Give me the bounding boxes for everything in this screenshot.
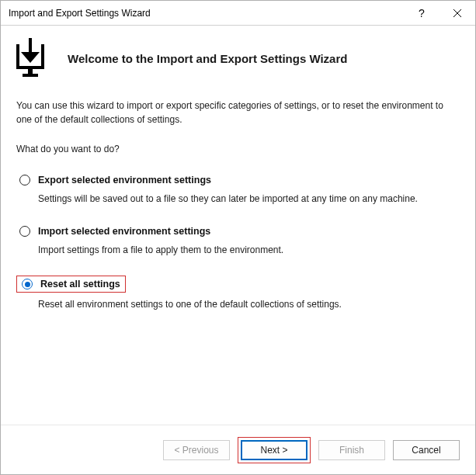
prompt-text: What do you want to do? (16, 144, 460, 154)
option-import: Import selected environment settings Imp… (16, 224, 460, 257)
wizard-header: Welcome to the Import and Export Setting… (1, 26, 475, 97)
svg-rect-5 (16, 44, 19, 68)
close-icon (453, 9, 461, 17)
option-reset-label: Reset all settings (40, 279, 120, 290)
close-button[interactable] (440, 1, 475, 26)
wizard-footer: < Previous Next > Finish Cancel (1, 425, 475, 474)
intro-text: You can use this wizard to import or exp… (16, 99, 460, 127)
import-export-icon (15, 38, 52, 78)
radio-reset[interactable] (22, 279, 33, 290)
radio-export[interactable] (19, 175, 30, 185)
wizard-body: You can use this wizard to import or exp… (1, 97, 475, 425)
previous-button: < Previous (163, 440, 230, 460)
svg-rect-6 (41, 44, 44, 68)
option-import-label: Import selected environment settings (38, 226, 210, 237)
svg-marker-8 (21, 52, 40, 63)
help-button[interactable]: ? (404, 1, 440, 26)
titlebar: Import and Export Settings Wizard ? (1, 1, 475, 26)
next-button[interactable]: Next > (241, 440, 307, 460)
option-export-row[interactable]: Export selected environment settings (16, 173, 460, 187)
option-export-label: Export selected environment settings (38, 175, 211, 185)
option-import-desc: Import settings from a file to apply the… (38, 243, 460, 257)
finish-button: Finish (318, 440, 385, 460)
svg-rect-3 (28, 69, 33, 74)
highlight-reset: Reset all settings (16, 276, 126, 293)
svg-rect-4 (23, 74, 38, 77)
option-export-desc: Settings will be saved out to a file so … (38, 192, 460, 206)
highlight-next: Next > (238, 437, 311, 463)
option-export: Export selected environment settings Set… (16, 173, 460, 206)
radio-dot-icon (25, 282, 30, 287)
wizard-title: Welcome to the Import and Export Setting… (68, 52, 347, 65)
option-reset-row[interactable]: Reset all settings (22, 279, 120, 290)
option-reset-desc: Reset all environment settings to one of… (38, 297, 460, 311)
wizard-window: Import and Export Settings Wizard ? (0, 0, 476, 475)
option-reset: Reset all settings Reset all environment… (16, 276, 460, 311)
window-title: Import and Export Settings Wizard (9, 8, 404, 19)
svg-rect-2 (16, 66, 44, 69)
option-import-row[interactable]: Import selected environment settings (16, 224, 460, 238)
radio-import[interactable] (19, 226, 30, 237)
cancel-button[interactable]: Cancel (393, 440, 460, 460)
